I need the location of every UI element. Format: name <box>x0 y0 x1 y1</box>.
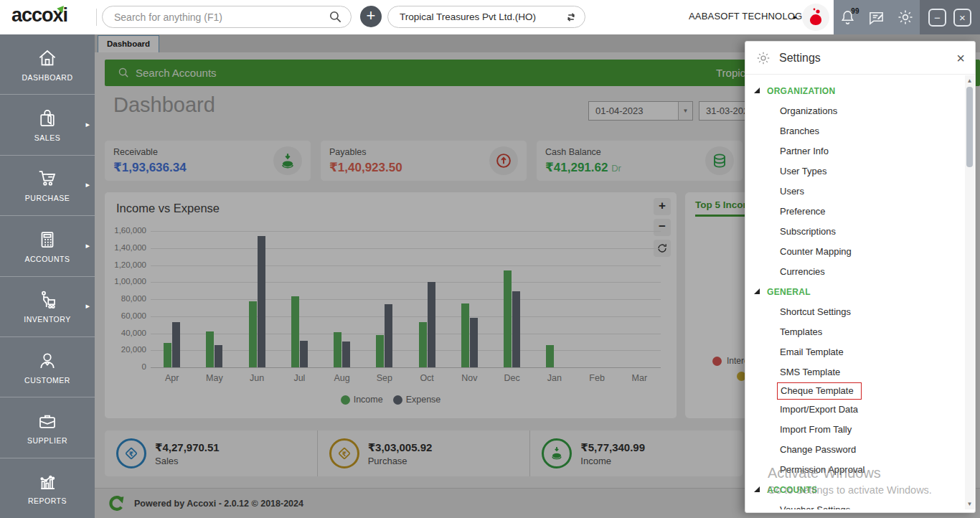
legend-label: Expense <box>406 395 441 405</box>
account-caret-icon[interactable]: ▸ <box>793 13 797 21</box>
scroll-up-icon[interactable]: ▲ <box>965 77 974 84</box>
sidebar-item-customer[interactable]: CUSTOMER <box>0 337 95 397</box>
settings-item-permission-approval[interactable]: Permission Approval <box>745 460 965 480</box>
settings-item-partner-info[interactable]: Partner Info <box>745 141 965 161</box>
settings-item-subscriptions[interactable]: Subscriptions <box>745 222 965 242</box>
close-button[interactable]: × <box>953 9 971 27</box>
minimize-button[interactable]: − <box>928 9 946 27</box>
legend-item-expense[interactable]: Expense <box>393 395 441 405</box>
settings-item-cheque-template[interactable]: Cheque Template <box>777 382 862 400</box>
x-axis-tick-label: Feb <box>576 373 618 383</box>
income-bar[interactable] <box>504 270 512 367</box>
sidebar-item-purchase[interactable]: PURCHASE▸ <box>0 156 95 216</box>
cash-balance-card[interactable]: Cash Balance ₹41,291.62 Dr <box>537 141 743 181</box>
notifications-bell-icon[interactable]: 99 <box>839 9 856 26</box>
search-icon[interactable] <box>329 10 342 24</box>
settings-item-import-export-data[interactable]: Import/Export Data <box>745 400 965 420</box>
sidebar-item-accounts[interactable]: ACCOUNTS▸ <box>0 216 95 276</box>
settings-item-shortcut-settings[interactable]: Shortcut Settings <box>745 302 965 322</box>
organization-avatar[interactable] <box>802 4 829 31</box>
y-axis-tick-label: 0 <box>106 362 146 371</box>
sidebar-item-label: PURCHASE <box>25 194 70 202</box>
income-bar[interactable] <box>249 301 257 367</box>
section-header-label: ORGANIZATION <box>767 86 835 96</box>
expense-bar[interactable] <box>300 341 308 367</box>
switch-company-icon[interactable] <box>565 11 578 24</box>
income-bar[interactable] <box>376 335 384 367</box>
settings-item-currencies[interactable]: Currencies <box>745 262 965 282</box>
income-bar[interactable] <box>546 345 554 367</box>
settings-gear-outline-icon <box>755 50 771 66</box>
coin-down-arrow-icon <box>542 438 572 468</box>
settings-item-change-password[interactable]: Change Password <box>745 440 965 460</box>
footer-text: Powered by Accoxi - 2.0.12 © 2018-2024 <box>134 499 303 509</box>
date-from-dropdown-icon[interactable]: ▼ <box>678 102 692 120</box>
expense-bar[interactable] <box>342 342 350 367</box>
settings-scrollbar[interactable]: ▲ ▼ <box>965 75 974 509</box>
scrollbar-thumb[interactable] <box>966 87 973 167</box>
settings-item-organizations[interactable]: Organizations <box>745 101 965 121</box>
sidebar-item-dashboard[interactable]: DASHBOARD <box>0 34 95 95</box>
expense-bar[interactable] <box>512 291 520 367</box>
purchase-total[interactable]: ₹ ₹3,03,005.92 Purchase <box>318 430 531 476</box>
settings-section-general[interactable]: GENERAL <box>745 282 965 302</box>
expense-bar[interactable] <box>428 282 435 367</box>
income-label: Income <box>580 456 645 466</box>
income-bar[interactable] <box>291 296 299 367</box>
expense-bar[interactable] <box>258 236 265 367</box>
settings-item-templates[interactable]: Templates <box>745 322 965 342</box>
legend-dot-icon <box>393 395 402 405</box>
income-total[interactable]: ₹5,77,340.99 Income <box>530 430 743 476</box>
settings-item-counter-mapping[interactable]: Counter Mapping <box>745 242 965 262</box>
settings-item-import-from-tally[interactable]: Import From Tally <box>745 420 965 440</box>
sidebar-item-inventory[interactable]: INVENTORY▸ <box>0 277 95 337</box>
account-name[interactable]: AABASOFT TECHNOLOGIES <box>689 11 818 22</box>
payables-card[interactable]: Payables ₹1,40,923.50 <box>321 141 527 181</box>
settings-item-preference[interactable]: Preference <box>745 202 965 222</box>
income-bar[interactable] <box>334 332 341 367</box>
settings-section-organization[interactable]: ORGANIZATION <box>745 81 965 101</box>
settings-close-icon[interactable]: × <box>956 51 965 65</box>
income-bar[interactable] <box>461 303 469 367</box>
settings-item-branches[interactable]: Branches <box>745 121 965 141</box>
messages-icon[interactable] <box>868 9 885 26</box>
legend-item-income[interactable]: Income <box>341 395 383 405</box>
expense-bar[interactable] <box>385 304 392 367</box>
chart-zoom-in-button[interactable]: + <box>654 198 671 215</box>
tab-dashboard[interactable]: Dashboard <box>98 35 159 52</box>
income-bar[interactable] <box>206 331 214 367</box>
sales-total[interactable]: ₹ ₹4,27,970.51 Sales <box>105 430 318 476</box>
income-bar[interactable] <box>419 322 427 367</box>
settings-item-sms-template[interactable]: SMS Template <box>745 362 965 382</box>
expense-bar[interactable] <box>470 318 478 367</box>
chart-plot-area: 020,00040,00060,00080,0001,00,0001,20,00… <box>151 231 661 367</box>
sidebar-item-sales[interactable]: SALES▸ <box>0 95 95 155</box>
quick-add-button[interactable]: + <box>360 6 382 27</box>
y-axis-tick-label: 80,000 <box>106 294 146 303</box>
settings-item-users[interactable]: Users <box>745 182 965 202</box>
legend-dot-icon <box>341 395 350 405</box>
sidebar-item-supplier[interactable]: SUPPLIER <box>0 397 95 458</box>
sidebar-item-reports[interactable]: REPORTS <box>0 458 95 518</box>
global-search-input[interactable] <box>114 11 329 23</box>
date-from-field[interactable]: 01-04-2023 ▼ <box>588 101 693 121</box>
scroll-down-icon[interactable]: ▼ <box>965 501 974 507</box>
shopping-bag-icon <box>37 108 58 129</box>
settings-item-email-template[interactable]: Email Template <box>745 342 965 362</box>
settings-item-user-types[interactable]: User Types <box>745 161 965 182</box>
x-axis-tick-label: Oct <box>406 373 448 383</box>
sidebar-item-label: CUSTOMER <box>24 376 70 385</box>
expense-bar[interactable] <box>215 345 222 367</box>
coin-stack-icon <box>705 146 734 175</box>
chart-legend: IncomeExpense <box>105 395 677 405</box>
expense-bar[interactable] <box>172 322 180 367</box>
company-selector[interactable]: Tropical Treasures Pvt Ltd.(HO) <box>387 6 585 28</box>
settings-section-accounts[interactable]: ACCOUNTS <box>745 480 965 500</box>
global-search[interactable] <box>102 6 352 28</box>
settings-item-voucher-settings[interactable]: Voucher Settings <box>745 500 965 509</box>
receivable-card[interactable]: Receivable ₹1,93,636.34 <box>105 141 311 181</box>
gridline <box>151 367 661 368</box>
settings-gear-icon[interactable] <box>897 9 914 26</box>
income-bar[interactable] <box>164 343 171 367</box>
x-axis-tick-label: Aug <box>321 373 363 383</box>
